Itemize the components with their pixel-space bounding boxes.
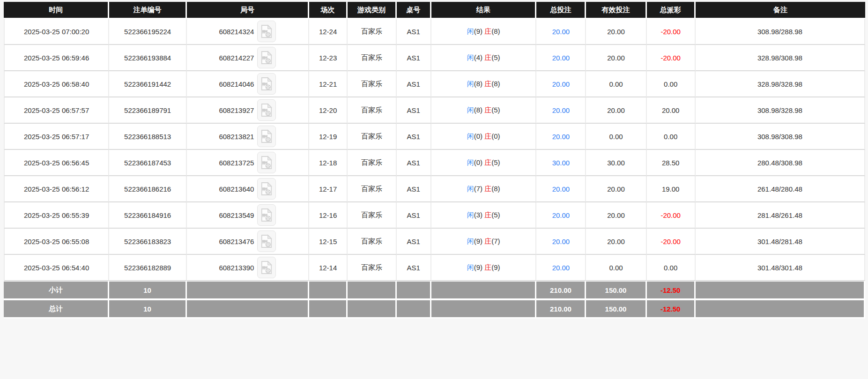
player-result-label: 闲 <box>467 27 474 35</box>
cell-bet-id: 522366189791 <box>109 97 187 124</box>
round-id-text: 608213821 <box>219 133 254 141</box>
summary-empty-round <box>187 300 309 319</box>
cell-round-id: 608213390 <box>187 255 309 281</box>
cell-bet-id: 522366183823 <box>109 229 187 255</box>
player-result-label: 闲 <box>467 132 474 140</box>
video-replay-button[interactable] <box>257 47 276 68</box>
cell-valid-bet: 20.00 <box>586 229 646 255</box>
round-id-text: 608213927 <box>219 106 254 114</box>
video-file-icon <box>260 208 273 222</box>
video-file-icon <box>260 260 273 275</box>
cell-result: 闲(4) 庄(5) <box>431 45 536 71</box>
video-file-icon <box>260 156 273 170</box>
cell-game-type: 百家乐 <box>348 71 396 97</box>
banker-result-label: 庄 <box>484 211 491 219</box>
banker-result-label: 庄 <box>484 237 491 245</box>
summary-empty-game-type <box>348 281 396 300</box>
cell-round-id: 608214324 <box>187 19 309 45</box>
player-result-label: 闲 <box>467 106 474 114</box>
video-replay-button[interactable] <box>257 230 276 252</box>
player-result-label: 闲 <box>467 211 474 219</box>
video-replay-button[interactable] <box>257 73 276 95</box>
banker-result-points: (5) <box>491 211 500 219</box>
video-replay-button[interactable] <box>257 152 276 173</box>
cell-session: 12-16 <box>309 202 348 229</box>
cell-round-id: 608213927 <box>187 97 309 124</box>
cell-total-payout: -20.00 <box>647 229 696 255</box>
video-file-icon <box>260 234 273 248</box>
cell-total-bet: 20.00 <box>536 176 586 202</box>
summary-empty-table-no <box>397 300 431 319</box>
video-replay-button[interactable] <box>257 99 276 121</box>
round-id-group: 608213821 <box>189 126 306 147</box>
cell-session: 12-18 <box>309 150 348 176</box>
summary-valid-bet: 150.00 <box>586 300 646 319</box>
summary-total-bet: 210.00 <box>536 281 586 300</box>
cell-time: 2025-03-25 06:55:39 <box>4 202 109 229</box>
summary-count: 10 <box>109 281 187 300</box>
round-id-group: 608213549 <box>189 204 306 226</box>
cell-table-no: AS1 <box>397 255 431 281</box>
cell-game-type: 百家乐 <box>348 124 396 150</box>
round-id-group: 608213640 <box>189 178 306 200</box>
video-replay-button[interactable] <box>257 204 276 226</box>
player-result-points: (8) <box>474 106 485 114</box>
cell-remark: 281.48/261.48 <box>696 202 865 229</box>
video-replay-button[interactable] <box>257 126 276 147</box>
cell-game-type: 百家乐 <box>348 45 396 71</box>
cell-session: 12-14 <box>309 255 348 281</box>
cell-total-bet: 20.00 <box>536 19 586 45</box>
table-row: 2025-03-25 06:55:08522366183823608213476… <box>4 229 865 255</box>
cell-total-bet: 20.00 <box>536 71 586 97</box>
cell-result: 闲(7) 庄(8) <box>431 176 536 202</box>
summary-body: 小计10210.00150.00-12.50总计10210.00150.00-1… <box>4 281 865 319</box>
banker-result-points: (8) <box>491 27 500 35</box>
cell-total-bet: 20.00 <box>536 255 586 281</box>
col-header-bet-id: 注单编号 <box>109 2 187 19</box>
cell-round-id: 608213725 <box>187 150 309 176</box>
summary-count: 10 <box>109 300 187 319</box>
cell-round-id: 608214046 <box>187 71 309 97</box>
player-result-label: 闲 <box>467 53 474 61</box>
player-result-points: (0) <box>474 158 485 166</box>
cell-valid-bet: 20.00 <box>586 176 646 202</box>
cell-session: 12-23 <box>309 45 348 71</box>
cell-remark: 328.98/328.98 <box>696 71 865 97</box>
player-result-points: (9) <box>474 27 485 35</box>
cell-bet-id: 522366193884 <box>109 45 187 71</box>
video-replay-button[interactable] <box>257 257 276 278</box>
round-id-text: 608214324 <box>219 28 254 36</box>
cell-total-payout: 0.00 <box>647 124 696 150</box>
cell-valid-bet: 0.00 <box>586 71 646 97</box>
cell-total-payout: 28.50 <box>647 150 696 176</box>
cell-game-type: 百家乐 <box>348 229 396 255</box>
banker-result-points: (8) <box>491 185 500 193</box>
banker-result-points: (5) <box>491 158 500 166</box>
col-header-time: 时间 <box>4 2 109 19</box>
banker-result-label: 庄 <box>484 132 491 140</box>
cell-time: 2025-03-25 06:56:12 <box>4 176 109 202</box>
col-header-table-no: 桌号 <box>397 2 431 19</box>
summary-label: 总计 <box>4 300 109 319</box>
cell-remark: 328.98/308.98 <box>696 45 865 71</box>
video-file-icon <box>260 103 273 117</box>
round-id-text: 608214227 <box>219 54 254 62</box>
col-header-valid-bet: 有效投注 <box>586 2 646 19</box>
cell-round-id: 608213640 <box>187 176 309 202</box>
table-row: 2025-03-25 06:54:40522366182889608213390… <box>4 255 865 281</box>
cell-time: 2025-03-25 06:55:08 <box>4 229 109 255</box>
video-replay-button[interactable] <box>257 21 276 42</box>
cell-total-bet: 20.00 <box>536 202 586 229</box>
bet-records-table: 时间 注单编号 局号 场次 游戏类别 桌号 结果 总投注 有效投注 总派彩 备注… <box>4 2 865 319</box>
cell-time: 2025-03-25 06:57:57 <box>4 97 109 124</box>
banker-result-points: (9) <box>491 263 500 271</box>
table-row: 2025-03-25 06:58:40522366191442608214046… <box>4 71 865 97</box>
summary-empty-result <box>431 281 536 300</box>
summary-total-payout: -12.50 <box>647 300 696 319</box>
cell-table-no: AS1 <box>397 45 431 71</box>
cell-result: 闲(0) 庄(5) <box>431 150 536 176</box>
video-file-icon <box>260 129 273 143</box>
video-replay-button[interactable] <box>257 178 276 200</box>
cell-total-bet: 20.00 <box>536 124 586 150</box>
cell-total-payout: -20.00 <box>647 45 696 71</box>
